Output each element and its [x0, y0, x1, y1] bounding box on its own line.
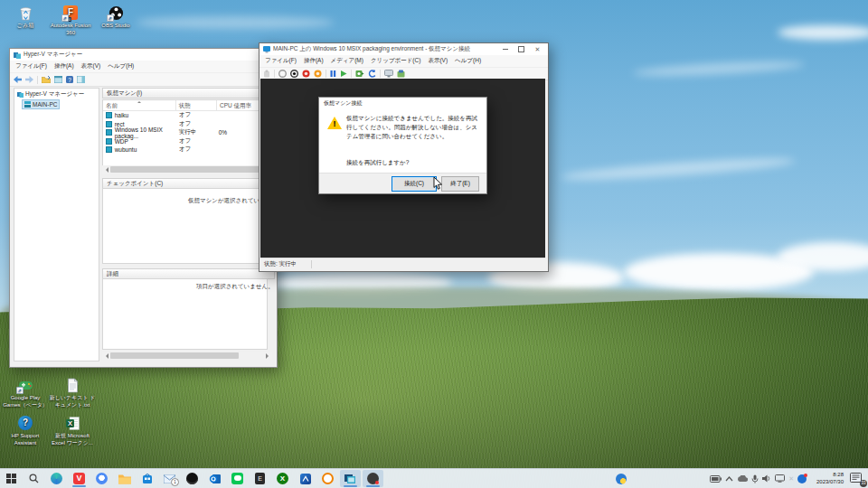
save-state-icon[interactable]: [314, 70, 322, 78]
vm-icon: [106, 146, 112, 153]
taskbar-epic-games[interactable]: E: [250, 470, 270, 487]
menu-file[interactable]: ファイル(F): [261, 57, 300, 65]
onedrive-icon[interactable]: [737, 475, 748, 483]
vm-row[interactable]: haikuオフ: [103, 111, 267, 120]
menu-file[interactable]: ファイル(F): [12, 62, 51, 70]
menu-clipboard[interactable]: クリップボード(C): [367, 57, 424, 65]
vm-list: 名前 状態 CPU 使用率 haikuオフ rectオフ Windows 10 …: [102, 99, 268, 166]
taskbar-chrome[interactable]: [91, 470, 112, 487]
revert-icon[interactable]: [368, 70, 376, 78]
minimize-button[interactable]: [498, 44, 512, 54]
dialog-question: 接続を再試行しますか?: [346, 159, 409, 167]
shutdown-icon[interactable]: [302, 70, 310, 78]
taskbar-vmconnect[interactable]: [363, 470, 383, 487]
speaker-icon[interactable]: [762, 474, 771, 483]
taskbar-edge[interactable]: [46, 470, 67, 487]
menu-view[interactable]: 表示(V): [78, 62, 105, 70]
tray-x-icon[interactable]: ✕: [788, 475, 794, 483]
tray-help-icon[interactable]: [616, 474, 627, 484]
scroll-left-icon[interactable]: [103, 167, 108, 173]
console-root-icon: [17, 91, 24, 98]
tree-root-node[interactable]: Hyper-V マネージャー: [14, 89, 99, 99]
turn-off-icon[interactable]: [290, 70, 298, 78]
hyperv-manager-icon: [344, 474, 356, 484]
vm-row[interactable]: Windows 10 MSIX packag...実行中0%: [103, 128, 267, 137]
vmconnect-titlebar[interactable]: MAIN-PC 上の Windows 10 MSIX packaging env…: [259, 43, 548, 55]
svg-text:X: X: [67, 419, 71, 427]
taskbar-m365[interactable]: [295, 470, 316, 487]
desktop-icon-recycle-bin[interactable]: ごみ箱: [2, 5, 49, 30]
taskbar-mail[interactable]: 1: [159, 470, 180, 487]
start-icon[interactable]: [278, 70, 287, 78]
text-document-icon: [65, 378, 80, 393]
battery-icon[interactable]: [710, 475, 722, 483]
taskbar-line[interactable]: [227, 470, 248, 487]
export-folder-icon[interactable]: [42, 76, 51, 83]
desktop-icon-new-text-document[interactable]: 新しいテキスト ドキュメント.txt: [49, 378, 96, 409]
exit-button[interactable]: 終了(E): [441, 176, 479, 192]
hyperv-manager-window: Hyper-V マネージャー ファイル(F) 操作(A) 表示(V) ヘルプ(H…: [9, 48, 278, 368]
recycle-bin-icon: [18, 5, 33, 21]
menu-action[interactable]: 操作(A): [300, 57, 327, 65]
connect-button[interactable]: 接続(C): [392, 176, 437, 192]
tray-news-icon[interactable]: [797, 474, 807, 483]
console-window-icon[interactable]: [54, 76, 62, 83]
taskbar-clock[interactable]: 8:28 2023/07/30: [813, 472, 844, 485]
menu-media[interactable]: メディア(M): [327, 57, 367, 65]
vm-list-columns[interactable]: 名前 状態 CPU 使用率: [103, 100, 267, 111]
taskbar-media-app[interactable]: [317, 470, 338, 487]
share-icon[interactable]: [397, 70, 405, 78]
taskbar-audio-app[interactable]: [182, 470, 203, 487]
close-button[interactable]: ✕: [531, 44, 544, 54]
taskbar-outlook[interactable]: [204, 470, 225, 487]
hyperv-titlebar[interactable]: Hyper-V マネージャー: [10, 49, 277, 61]
desktop-icon-google-play-games[interactable]: ↗ Google Play Games（ベータ）: [2, 378, 49, 409]
panel-window-icon[interactable]: [77, 76, 85, 83]
icon-label: OBS Studio: [92, 23, 139, 30]
notification-center-button[interactable]: 33: [850, 473, 864, 485]
microphone-icon[interactable]: [751, 474, 759, 483]
menu-action[interactable]: 操作(A): [51, 62, 78, 70]
taskbar-ms-store[interactable]: [137, 470, 157, 487]
menu-help[interactable]: ヘルプ(H): [104, 62, 137, 70]
scroll-right-icon[interactable]: [266, 353, 271, 359]
taskbar-vivaldi[interactable]: V: [69, 470, 90, 487]
taskbar-hyperv-manager[interactable]: [340, 470, 361, 487]
ms-store-icon: [142, 473, 153, 484]
tree-host-node-selected[interactable]: MAIN-PC: [22, 99, 60, 109]
menu-view[interactable]: 表示(V): [424, 57, 451, 65]
cloud: [633, 59, 805, 79]
maximize-button[interactable]: [514, 44, 528, 54]
back-icon[interactable]: [14, 76, 22, 83]
ctrl-alt-del-icon[interactable]: [263, 70, 270, 78]
vm-list-hscrollbar[interactable]: [102, 165, 266, 174]
desktop-icon-hp-support-assistant[interactable]: ? HP Support Assistant: [2, 416, 49, 447]
pause-icon[interactable]: [330, 70, 336, 78]
search-button[interactable]: [24, 470, 44, 487]
system-tray: ✕ 8:28 2023/07/30 33: [616, 472, 868, 485]
taskbar-file-explorer[interactable]: [114, 470, 135, 487]
vm-row[interactable]: wubuntuオフ: [103, 145, 267, 155]
main-hscrollbar[interactable]: [102, 352, 272, 360]
vm-row[interactable]: WDPオフ: [103, 137, 267, 146]
resume-icon[interactable]: [340, 70, 347, 78]
vmconnect-error-dialog: 仮想マシン接続 ! 仮想マシンに接続できませんでした。接続を再試行してください。…: [318, 97, 487, 194]
network-display-icon[interactable]: [775, 474, 785, 483]
cloud: [778, 25, 868, 40]
help-icon[interactable]: ?: [66, 76, 73, 83]
start-button[interactable]: [1, 470, 22, 487]
desktop-icon-excel-worksheet[interactable]: X 新規 Microsoft Excel ワークシ...: [49, 416, 96, 447]
dialog-titlebar[interactable]: 仮想マシン接続: [319, 98, 486, 108]
mouse-cursor: [433, 177, 443, 191]
shortcut-arrow-icon: ↗: [107, 14, 114, 22]
desktop-icon-obs-studio[interactable]: ↗ OBS Studio: [92, 5, 139, 30]
tray-expand-chevron-icon[interactable]: [725, 476, 733, 482]
scroll-left-icon[interactable]: [103, 353, 108, 359]
taskbar-xbox[interactable]: X: [272, 470, 293, 487]
basic-session-icon[interactable]: [384, 70, 393, 78]
menu-help[interactable]: ヘルプ(H): [451, 57, 485, 65]
desktop-icon-fusion-360[interactable]: F 360 ↗ Autodesk Fusion 360: [47, 5, 94, 37]
forward-icon[interactable]: [25, 76, 33, 83]
taskbar: V 1 E X ✕ 8:28 2023/07/30: [0, 468, 868, 488]
checkpoint-icon[interactable]: [355, 70, 364, 78]
